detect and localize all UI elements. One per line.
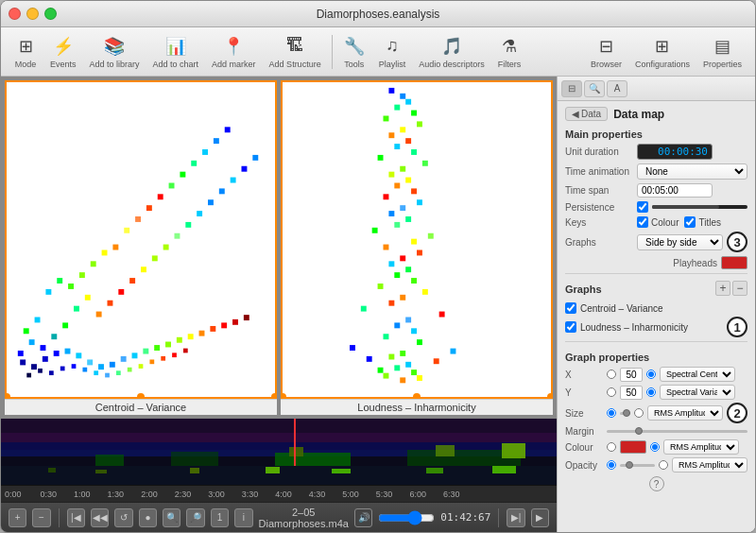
graphs-select[interactable]: Side by side [637,234,723,250]
gp-x-dropdown[interactable]: Spectral Cent... [660,367,735,382]
toolbar-browser[interactable]: ⊟ Browser [585,31,627,73]
svg-rect-18 [141,266,146,272]
svg-rect-99 [417,199,422,205]
transport-num[interactable]: 1 [211,508,229,527]
toolbar-tools[interactable]: 🔧 Tools [337,31,371,73]
gp-size-dropdown[interactable]: RMS Amplitude [647,405,723,421]
transport-volume-slider[interactable] [378,510,435,525]
transport-prev[interactable]: ◀◀ [91,508,109,527]
toolbar-filters[interactable]: ⚗ Filters [492,31,527,73]
unit-duration-input[interactable] [637,144,713,160]
toolbar-events[interactable]: ⚡ Events [44,31,82,73]
playhead-color-swatch[interactable] [721,256,747,269]
events-label: Events [50,60,77,69]
toolbar-add-chart[interactable]: 📊 Add to chart [147,31,205,73]
toolbar-add-structure[interactable]: 🏗 Add Structure [264,31,327,73]
gp-size-thumb [623,409,630,417]
graphs-add-btn[interactable]: + [715,281,730,296]
persistence-slider[interactable] [652,205,747,209]
gp-opacity-radio[interactable] [607,460,616,470]
transport-volume[interactable]: 🔊 [354,508,372,527]
transport-loop[interactable]: ↺ [114,508,132,527]
transport-info[interactable]: i [234,508,252,527]
transport-skip-start[interactable]: |◀ [67,508,85,527]
add-marker-label: Add marker [212,60,256,69]
chart2-container[interactable] [281,80,553,399]
titles-checkbox[interactable] [684,216,696,228]
transport-zoom-out[interactable]: 🔍 [163,508,180,527]
transport-add-btn[interactable]: + [9,508,26,527]
svg-rect-45 [54,351,60,356]
maximize-button[interactable] [44,8,57,20]
svg-rect-6 [62,322,68,328]
transport-play[interactable]: ▶ [531,508,549,527]
graphs-select-area: Side by side 3 [637,232,747,252]
gp-x-num[interactable] [620,368,643,382]
graphs-remove-btn[interactable]: − [732,281,747,296]
right-tab-grid[interactable]: ⊟ [561,80,582,97]
gp-y-radio[interactable] [607,387,616,397]
gp-y-radio2[interactable] [646,387,656,397]
gp-opacity-slider[interactable] [620,464,655,467]
timespan-input[interactable] [637,183,713,198]
svg-rect-127 [400,351,405,356]
persistence-checkbox[interactable] [637,201,648,213]
right-tab-text[interactable]: A [607,80,627,97]
toolbar-mode[interactable]: ⊞ Mode [9,31,43,73]
gp-colour-radio[interactable] [607,442,616,452]
toolbar-add-marker[interactable]: 📍 Add marker [206,31,262,73]
gp-x-radio[interactable] [607,370,616,379]
gp-size-radio2[interactable] [634,408,644,418]
svg-rect-38 [214,138,219,144]
colour-checkbox[interactable] [637,216,648,228]
gp-opacity-dropdown[interactable]: RMS Amplitude [672,457,747,473]
minimize-button[interactable] [26,8,39,20]
chart1-container[interactable] [5,80,277,399]
help-button[interactable]: ? [649,476,664,491]
svg-rect-31 [208,199,214,205]
svg-rect-82 [394,105,400,111]
gp-colour-swatch[interactable] [620,440,646,454]
time-animation-select[interactable]: None [637,163,747,180]
gp-x-radio2[interactable] [646,370,656,379]
gp-colour-row: Colour RMS Amplitude [565,439,747,455]
gp-y-dropdown[interactable]: Spectral Varia... [660,385,735,400]
gp-margin-slider[interactable] [607,430,747,433]
graph1-checkbox[interactable] [565,302,576,314]
gp-colour-dropdown[interactable]: RMS Amplitude [663,439,739,455]
toolbar-add-library[interactable]: 📚 Add to library [84,31,146,73]
toolbar-configurations[interactable]: ⊞ Configurations [629,31,696,73]
svg-rect-109 [400,255,405,261]
gp-size-row: Size RMS Amplitude 2 [565,403,747,423]
svg-rect-12 [45,289,51,295]
transport-zoom-in[interactable]: 🔎 [186,508,204,527]
data-back-btn[interactable]: ◀ Data [565,107,608,121]
gp-size-radio[interactable] [607,408,616,418]
playlist-label: Playlist [379,60,406,69]
gp-size-label: Size [565,408,603,419]
time-animation-label: Time animation [565,166,633,177]
gp-opacity-radio2[interactable] [659,460,668,470]
svg-rect-73 [139,364,144,369]
transport-minus-btn[interactable]: − [32,508,50,527]
svg-rect-136 [417,375,422,381]
toolbar-playlist[interactable]: ♫ Playlist [373,31,412,73]
gp-colour-radio2[interactable] [650,442,660,452]
properties-label: Properties [703,60,742,69]
graph2-checkbox[interactable] [565,321,576,333]
svg-rect-30 [158,194,163,199]
playlist-icon: ♫ [381,35,404,58]
svg-rect-103 [394,222,400,228]
right-tab-search[interactable]: 🔍 [584,80,605,97]
spectrogram[interactable] [1,419,557,485]
titlebar: Diamorphoses.eanalysis [1,1,755,27]
transport-rec[interactable]: ● [139,508,157,527]
close-button[interactable] [9,8,21,20]
svg-rect-148 [289,447,303,456]
toolbar-audio-descriptors[interactable]: 🎵 Audio descriptors [413,31,490,73]
svg-rect-41 [252,155,258,161]
gp-y-num[interactable] [620,386,643,400]
gp-size-slider[interactable] [620,412,630,415]
transport-skip-end[interactable]: ▶| [507,508,524,527]
toolbar-properties[interactable]: ▤ Properties [697,31,747,73]
